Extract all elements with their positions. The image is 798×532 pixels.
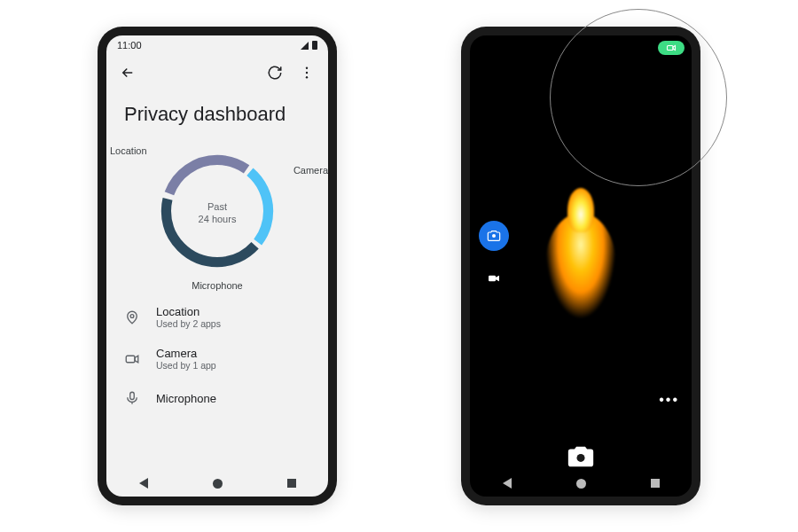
phone-camera-app: ••• <box>461 27 700 505</box>
svg-rect-6 <box>668 46 674 51</box>
camera-icon <box>122 349 142 369</box>
list-item-subtitle: Used by 1 app <box>156 360 216 371</box>
photo-mode-button[interactable] <box>479 221 509 251</box>
location-pin-icon <box>122 308 142 327</box>
nav-back-button[interactable] <box>139 478 148 489</box>
svg-point-3 <box>130 314 134 317</box>
svg-point-8 <box>576 454 584 462</box>
list-item-title: Camera <box>156 347 216 360</box>
list-item-microphone[interactable]: Microphone <box>115 379 319 417</box>
nav-home-button[interactable] <box>213 479 223 489</box>
page-title: Privacy dashboard <box>106 90 328 135</box>
camera-icon <box>566 442 596 472</box>
nav-bar <box>106 470 328 497</box>
nav-bar <box>470 470 692 497</box>
status-bar: 11:00 <box>106 35 328 55</box>
video-mode-button[interactable] <box>479 263 509 293</box>
signal-icon <box>301 42 309 50</box>
usage-donut-chart: Past 24 hours Location Camera Microphone <box>106 135 328 291</box>
donut-label-camera: Camera <box>293 165 328 176</box>
status-time: 11:00 <box>117 40 142 51</box>
mode-switcher <box>479 221 509 293</box>
microphone-icon <box>122 388 142 408</box>
svg-point-2 <box>306 76 308 78</box>
donut-center-line1: Past <box>207 200 227 213</box>
phone-privacy-dashboard: 11:00 Privacy dashboard <box>98 27 337 505</box>
overflow-menu-button[interactable] <box>296 62 317 83</box>
svg-rect-5 <box>130 392 135 399</box>
list-item-location[interactable]: Location Used by 2 apps <box>115 296 319 338</box>
list-item-camera[interactable]: Camera Used by 1 app <box>115 338 319 379</box>
donut-center-line2: 24 hours <box>199 213 237 225</box>
donut-label-location: Location <box>110 145 147 156</box>
camera-icon <box>665 43 677 53</box>
svg-rect-4 <box>126 356 135 363</box>
svg-point-0 <box>306 67 308 69</box>
camera-icon <box>487 229 501 243</box>
svg-rect-7 <box>489 275 496 281</box>
nav-back-button[interactable] <box>503 478 512 489</box>
list-item-subtitle: Used by 2 apps <box>156 318 221 329</box>
list-item-title: Location <box>156 305 221 318</box>
nav-home-button[interactable] <box>576 479 586 489</box>
permission-list: Location Used by 2 apps Camera Used by 1… <box>106 291 328 417</box>
refresh-button[interactable] <box>264 62 286 83</box>
nav-recents-button[interactable] <box>651 479 660 488</box>
app-bar <box>106 55 328 90</box>
back-button[interactable] <box>117 62 138 83</box>
svg-point-1 <box>306 72 308 74</box>
video-icon <box>487 271 501 286</box>
battery-icon <box>312 41 317 50</box>
list-item-title: Microphone <box>156 392 216 405</box>
privacy-indicator-chip[interactable] <box>658 41 685 55</box>
nav-recents-button[interactable] <box>287 479 296 488</box>
more-options-button[interactable]: ••• <box>659 392 679 408</box>
donut-label-microphone: Microphone <box>192 280 242 291</box>
candle-image <box>545 213 616 319</box>
